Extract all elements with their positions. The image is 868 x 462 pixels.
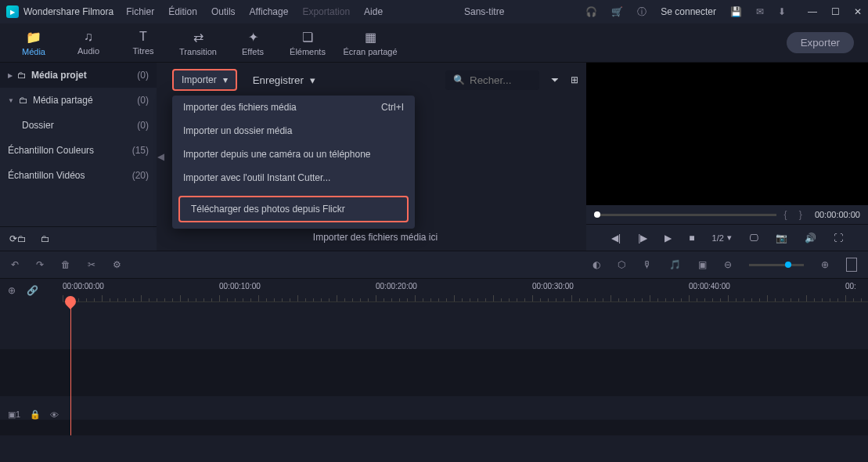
mixer-icon[interactable]: 🎵 bbox=[669, 259, 681, 270]
import-dropdown-button[interactable]: Importer ▾ bbox=[172, 69, 237, 91]
open-folder-icon[interactable]: 🗀 bbox=[41, 233, 50, 244]
minimize-button[interactable]: — bbox=[808, 6, 817, 17]
sidebar-item-shared-media[interactable]: ▼🗀Média partagé (0) bbox=[0, 88, 157, 113]
volume-icon[interactable]: 🔊 bbox=[805, 233, 816, 244]
marker-icon[interactable]: ⬡ bbox=[618, 259, 625, 270]
menu-edit[interactable]: Édition bbox=[168, 6, 197, 17]
sidebar-item-sample-videos[interactable]: Échantillon Vidéos (20) bbox=[0, 163, 157, 188]
timeline-ruler[interactable]: 00:00:00:0000:00:10:0000:00:20:0000:00:3… bbox=[63, 279, 868, 302]
record-dropdown-button[interactable]: Enregistrer ▾ bbox=[245, 70, 323, 90]
timecode-display: 00:00:00:00 bbox=[815, 210, 860, 219]
thumbnail-toggle[interactable] bbox=[846, 258, 857, 272]
save-icon[interactable]: 💾 bbox=[730, 6, 742, 17]
chevron-right-icon: ▶ bbox=[8, 72, 13, 79]
ruler-timestamp: 00:00:20:00 bbox=[376, 282, 417, 291]
preview-scale[interactable]: 1/2 ▾ bbox=[712, 233, 732, 243]
stop-button[interactable]: ■ bbox=[689, 233, 694, 244]
lock-icon[interactable]: 🔒 bbox=[30, 410, 41, 420]
shapes-icon: ❏ bbox=[302, 30, 313, 45]
add-track-icon[interactable]: ⊕ bbox=[8, 285, 16, 296]
tab-effects[interactable]: ✦ Effets bbox=[225, 30, 280, 56]
sidebar-item-folder[interactable]: Dossier (0) bbox=[0, 113, 157, 138]
settings-icon[interactable]: ⚙ bbox=[113, 259, 121, 270]
voiceover-icon[interactable]: 🎙 bbox=[643, 259, 652, 270]
sidebar-item-sample-colors[interactable]: Échantillon Couleurs (15) bbox=[0, 138, 157, 163]
menu-help[interactable]: Aide bbox=[364, 6, 383, 17]
headset-icon[interactable]: 🎧 bbox=[585, 6, 597, 17]
sidebar-collapse-handle[interactable]: ◀ bbox=[157, 63, 164, 251]
info-icon[interactable]: ⓘ bbox=[637, 5, 646, 19]
document-title: Sans-titre bbox=[395, 6, 573, 17]
sidebar-item-project-media[interactable]: ▶🗀Média projet (0) bbox=[0, 63, 157, 88]
tab-media[interactable]: 📁 Média bbox=[6, 30, 61, 56]
tab-elements[interactable]: ❏ Éléments bbox=[280, 30, 335, 56]
play-button[interactable]: ▶ bbox=[665, 233, 672, 244]
login-link[interactable]: Se connecter bbox=[661, 6, 716, 17]
tab-titles[interactable]: T Titres bbox=[116, 30, 171, 56]
track-controls: ▣1 🔒 👁 bbox=[0, 410, 63, 420]
undo-button[interactable]: ↶ bbox=[11, 259, 19, 270]
cart-icon[interactable]: 🛒 bbox=[611, 6, 623, 17]
close-button[interactable]: ✕ bbox=[854, 6, 862, 17]
menubar: Fichier Édition Outils Affichage Exporta… bbox=[126, 6, 383, 17]
zoom-in-button[interactable]: ⊕ bbox=[821, 259, 829, 270]
chevron-down-icon: ▾ bbox=[310, 74, 315, 86]
sidebar-footer: ⟳🗀 🗀 bbox=[0, 226, 157, 251]
play-pause-button[interactable]: |▶ bbox=[638, 233, 647, 244]
chevron-down-icon: ▾ bbox=[727, 233, 732, 243]
titlebar-actions: 🎧 🛒 ⓘ Se connecter 💾 ✉ ⬇ — ☐ ✕ bbox=[585, 5, 862, 19]
fullscreen-icon[interactable]: ⛶ bbox=[834, 233, 843, 244]
import-media-files[interactable]: Importer des fichiers média Ctrl+I bbox=[172, 96, 415, 119]
maximize-button[interactable]: ☐ bbox=[831, 6, 840, 17]
zoom-handle[interactable] bbox=[785, 262, 791, 268]
tab-audio[interactable]: ♫ Audio bbox=[61, 30, 116, 56]
import-instant-cutter[interactable]: Importer avec l'outil Instant Cutter... bbox=[172, 166, 415, 189]
cut-button[interactable]: ✂ bbox=[88, 259, 95, 270]
tab-transition[interactable]: ⇄ Transition bbox=[171, 30, 225, 56]
playhead[interactable] bbox=[70, 302, 71, 435]
import-dropdown-menu: Importer des fichiers média Ctrl+I Impor… bbox=[172, 96, 415, 229]
mail-icon[interactable]: ✉ bbox=[756, 6, 764, 17]
search-input[interactable]: 🔍 bbox=[445, 70, 539, 90]
ruler-timestamp: 00:00:30:00 bbox=[532, 282, 574, 291]
main-area: ▶🗀Média projet (0) ▼🗀Média partagé (0) D… bbox=[0, 63, 868, 251]
timeline-track-video[interactable] bbox=[0, 349, 868, 396]
visibility-icon[interactable]: 👁 bbox=[50, 410, 59, 420]
in-out-brackets[interactable]: { } bbox=[784, 209, 807, 220]
preview-controls: ◀| |▶ ▶ ■ 1/2 ▾ 🖵 📷 🔊 ⛶ bbox=[586, 224, 868, 251]
download-icon[interactable]: ⬇ bbox=[778, 6, 786, 17]
keyframe-icon[interactable]: ▣ bbox=[698, 259, 707, 270]
split-icon: ▦ bbox=[365, 30, 376, 45]
filter-icon[interactable]: ⏷ bbox=[550, 74, 560, 85]
timeline-track-audio[interactable] bbox=[0, 420, 868, 435]
redo-button[interactable]: ↷ bbox=[36, 259, 44, 270]
scrub-handle[interactable] bbox=[594, 211, 600, 218]
export-button[interactable]: Exporter bbox=[787, 32, 854, 53]
menu-tools[interactable]: Outils bbox=[211, 6, 236, 17]
preview-canvas[interactable] bbox=[586, 63, 868, 205]
search-field[interactable] bbox=[470, 74, 532, 86]
monitor-icon[interactable]: 🖵 bbox=[749, 233, 758, 244]
music-icon: ♫ bbox=[84, 30, 93, 44]
content-toolbar: Importer ▾ Enregistrer ▾ 🔍 ⏷ ⊞ bbox=[172, 69, 578, 91]
timeline-header: ⊕ 🔗 00:00:00:0000:00:10:0000:00:20:0000:… bbox=[0, 279, 868, 302]
tab-split-screen[interactable]: ▦ Écran partagé bbox=[335, 30, 405, 56]
zoom-slider[interactable] bbox=[749, 264, 804, 266]
media-content: Importer ▾ Enregistrer ▾ 🔍 ⏷ ⊞ Importer … bbox=[164, 63, 586, 251]
prev-frame-button[interactable]: ◀| bbox=[611, 233, 621, 244]
import-from-camera[interactable]: Importer depuis une caméra ou un télépho… bbox=[172, 143, 415, 166]
download-from-flickr[interactable]: Télécharger des photos depuis Flickr bbox=[178, 196, 409, 222]
import-media-folder[interactable]: Importer un dossier média bbox=[172, 119, 415, 143]
chevron-down-icon: ▾ bbox=[223, 74, 228, 85]
link-icon[interactable]: 🔗 bbox=[27, 285, 38, 296]
snapshot-icon[interactable]: 📷 bbox=[776, 233, 787, 244]
app-name: Wondershare Filmora bbox=[23, 6, 113, 17]
new-folder-icon[interactable]: ⟳🗀 bbox=[9, 233, 27, 244]
grid-view-icon[interactable]: ⊞ bbox=[571, 74, 578, 85]
menu-view[interactable]: Affichage bbox=[250, 6, 289, 17]
render-icon[interactable]: ◐ bbox=[592, 259, 600, 270]
menu-file[interactable]: Fichier bbox=[126, 6, 154, 17]
delete-button[interactable]: 🗑 bbox=[61, 259, 70, 270]
scrub-track[interactable] bbox=[594, 214, 776, 216]
zoom-out-button[interactable]: ⊖ bbox=[724, 259, 732, 270]
